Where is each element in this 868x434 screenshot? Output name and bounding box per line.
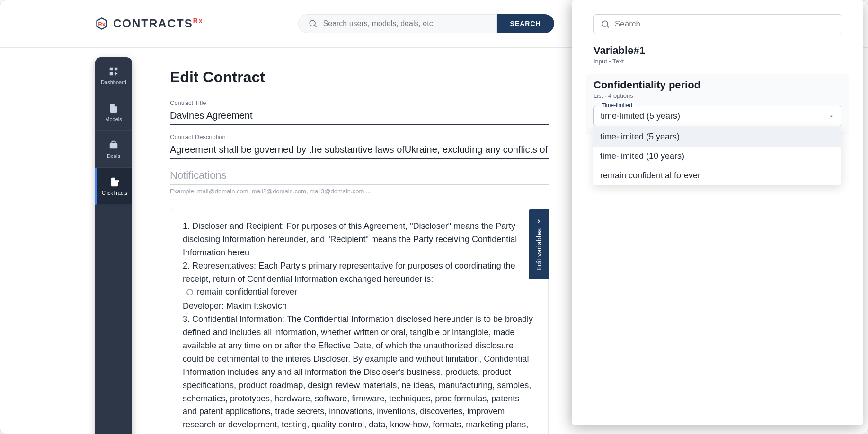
dropdown-option[interactable]: time-limited (10 years) [593, 147, 841, 166]
contract-body-panel: Edit variables 1. Discloser and Recipien… [170, 209, 549, 434]
brand-text: CONTRACTSRx [113, 17, 204, 30]
dropdown-options-list: time-limited (5 years) time-limited (10 … [593, 127, 841, 185]
sidebar-label: Models [105, 116, 122, 122]
svg-marker-10 [830, 115, 833, 117]
dropdown-option[interactable]: remain confidential forever [593, 166, 841, 185]
confidentiality-subtitle: List · 4 options [593, 92, 841, 99]
contract-title-input[interactable]: Davines Agreement [170, 108, 549, 125]
sidebar-item-dashboard[interactable]: Dashboard [95, 57, 132, 94]
sidebar-item-clicktracts[interactable]: ClickTracts [95, 168, 132, 205]
search-icon [601, 19, 610, 29]
contract-title-label: Contract Title [170, 99, 549, 106]
chevron-down-icon [828, 113, 834, 120]
svg-line-9 [607, 26, 609, 28]
svg-rect-4 [110, 67, 113, 70]
deals-icon [108, 140, 119, 150]
notifications-input[interactable]: Notifications [170, 167, 549, 185]
models-icon [108, 103, 119, 113]
content-column: Edit Contract Contract Title Davines Agr… [132, 57, 567, 434]
confidentiality-title: Confidentiality period [593, 79, 841, 91]
contract-para-3: 3. Confidential Information: The Confide… [183, 313, 536, 434]
search-icon [308, 19, 318, 28]
dropdown-legend: Time-limited [600, 102, 634, 109]
chevron-right-icon [535, 218, 542, 225]
dropdown-option[interactable]: time-limited (5 years) [593, 127, 841, 147]
panel-search-field[interactable] [593, 14, 841, 34]
svg-rect-7 [110, 143, 118, 148]
developer-line: Developer: Maxim Itskovich [183, 300, 536, 313]
edit-variables-label: Edit variables [535, 228, 543, 271]
clicktracts-icon [109, 177, 120, 187]
radio-icon [186, 289, 193, 295]
dropdown-selected-value: time-limited (5 years) [601, 111, 680, 121]
inline-option-text: remain confidential forever [197, 286, 297, 299]
search-input[interactable] [323, 19, 487, 28]
variable-1-subtitle: Input - Text [593, 58, 841, 65]
variable-1-title: Variable#1 [593, 44, 841, 57]
contract-text: 1. Discloser and Recipient: For purposes… [183, 220, 536, 434]
page-title: Edit Contract [170, 69, 549, 86]
time-limited-dropdown-wrap: Time-limited time-limited (5 years) time… [593, 106, 841, 126]
sidebar-label: Dashboard [101, 79, 126, 85]
svg-point-2 [310, 20, 315, 26]
svg-line-3 [314, 26, 316, 27]
logo[interactable]: Rx CONTRACTSRx [95, 17, 204, 30]
sidebar-label: ClickTracts [102, 190, 127, 196]
svg-rect-6 [110, 72, 113, 75]
notifications-helper: Example: mail@domain.com, mail2@domain.c… [170, 188, 549, 195]
panel-search-input[interactable] [615, 19, 834, 29]
global-search: SEARCH [298, 14, 554, 33]
app-window: Rx CONTRACTSRx SEARCH [0, 0, 868, 434]
contract-para-1: 1. Discloser and Recipient: For purposes… [183, 220, 536, 260]
confidentiality-section: Confidentiality period List · 4 options … [586, 74, 849, 135]
search-field-wrap [298, 14, 497, 33]
sidebar-item-deals[interactable]: Deals [95, 131, 132, 168]
notifications-field: Notifications Example: mail@domain.com, … [170, 167, 549, 195]
brand-suffix: Rx [193, 17, 204, 25]
contract-title-field: Contract Title Davines Agreement [170, 99, 549, 125]
logo-hexagon-icon: Rx [95, 17, 108, 30]
dashboard-icon [108, 66, 119, 77]
inline-radio-option[interactable]: remain confidential forever [186, 286, 297, 299]
contract-description-input[interactable]: Agreement shall be governed by the subst… [170, 142, 549, 159]
contract-description-field: Contract Description Agreement shall be … [170, 133, 549, 159]
contract-description-label: Contract Description [170, 133, 549, 140]
time-limited-dropdown[interactable]: Time-limited time-limited (5 years) [593, 106, 841, 126]
svg-rect-5 [115, 67, 117, 70]
sidebar-item-models[interactable]: Models [95, 94, 132, 131]
variables-panel: Variable#1 Input - Text Confidentiality … [572, 0, 863, 425]
search-button[interactable]: SEARCH [497, 14, 554, 33]
contract-para-2: 2. Representatives: Each Party's primary… [183, 260, 536, 300]
sidebar-nav: Dashboard Models Deals [95, 57, 132, 434]
edit-variables-tab[interactable]: Edit variables [529, 209, 549, 279]
sidebar-label: Deals [107, 153, 120, 159]
para2-prefix: 2. Representatives: Each Party's primary… [183, 261, 515, 284]
svg-point-8 [602, 21, 608, 26]
svg-text:Rx: Rx [98, 21, 106, 27]
